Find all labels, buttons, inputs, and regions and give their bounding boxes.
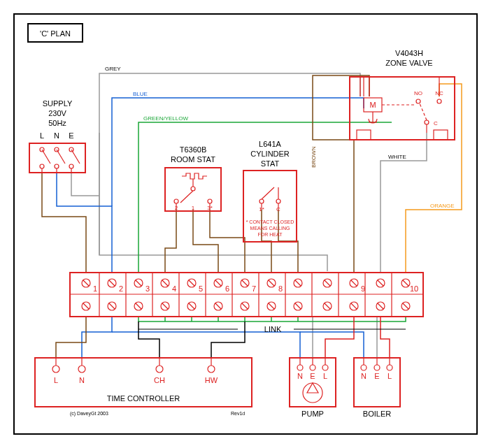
svg-point-115 xyxy=(297,365,303,370)
wire-brown-rs2 xyxy=(165,210,176,273)
svg-point-29 xyxy=(208,199,212,203)
zone-valve-model: V4043H xyxy=(395,49,423,57)
tc-ch: CH xyxy=(154,376,165,384)
t4: 4 xyxy=(172,284,176,293)
svg-line-94 xyxy=(351,303,357,309)
wire-orange xyxy=(406,84,462,273)
svg-point-34 xyxy=(276,199,280,203)
svg-line-86 xyxy=(295,303,301,309)
wire-label-blue: BLUE xyxy=(133,91,148,97)
supply-pin-e: E xyxy=(69,131,73,140)
svg-rect-21 xyxy=(434,130,448,140)
tc-n: N xyxy=(79,376,85,384)
svg-line-84 xyxy=(295,280,301,286)
t1: 1 xyxy=(93,284,97,293)
tc-l: L xyxy=(54,376,58,384)
svg-line-102 xyxy=(403,303,408,309)
boiler-block: N E L BOILER xyxy=(354,358,400,418)
svg-line-66 xyxy=(162,303,168,309)
svg-point-6 xyxy=(55,164,59,168)
svg-point-16 xyxy=(416,99,420,103)
supply-block: SUPPLY 230V 50Hz L N E xyxy=(29,99,85,173)
tc-copy: (c) DaveyGt 2003 xyxy=(70,411,108,417)
wire-black-ch xyxy=(138,321,159,358)
svg-point-106 xyxy=(52,366,59,373)
room-stat-model: T6360B xyxy=(180,145,207,154)
cylinder-stat-block: L641A CYLINDER STAT 1* C * CONTACT CLOSE… xyxy=(243,140,297,242)
tc-label: TIME CONTROLLER xyxy=(107,394,180,403)
cyl-stat-label2: STAT xyxy=(261,159,280,168)
svg-point-116 xyxy=(310,365,315,370)
t7: 7 xyxy=(252,284,256,293)
svg-line-54 xyxy=(83,303,89,309)
wire-brown-rs3 xyxy=(210,210,245,273)
svg-point-28 xyxy=(191,187,195,191)
svg-point-109 xyxy=(208,366,215,373)
svg-line-68 xyxy=(189,280,194,286)
wire-label-orange: ORANGE xyxy=(430,203,455,209)
svg-point-125 xyxy=(387,365,392,370)
svg-line-62 xyxy=(136,303,141,309)
boiler-e: E xyxy=(374,372,379,380)
pump-label: PUMP xyxy=(301,410,324,418)
t5: 5 xyxy=(199,284,203,293)
pump-block: N E L PUMP xyxy=(290,358,336,418)
t2: 2 xyxy=(119,284,123,293)
svg-line-72 xyxy=(215,280,221,286)
svg-point-108 xyxy=(156,366,163,373)
terminal-link-label: LINK xyxy=(264,325,282,333)
cyl-note3: FOR HEAT xyxy=(258,232,283,237)
svg-line-98 xyxy=(378,303,383,309)
wire-gy-link xyxy=(138,317,406,321)
wire-blue-supply-n xyxy=(57,173,112,273)
svg-rect-32 xyxy=(243,171,297,242)
zone-valve-c: C xyxy=(434,120,438,127)
t6: 6 xyxy=(225,284,229,293)
svg-point-18 xyxy=(425,120,429,124)
svg-point-9 xyxy=(69,164,73,168)
svg-point-17 xyxy=(437,99,441,103)
tc-rev: Rev1d xyxy=(231,411,245,416)
wire-blue-pump-n xyxy=(112,332,300,358)
supply-freq: 50Hz xyxy=(48,119,66,127)
t9: 9 xyxy=(361,284,365,293)
boiler-l: L xyxy=(387,372,392,380)
wire-gy-link-taps xyxy=(165,317,298,321)
svg-point-33 xyxy=(259,199,264,203)
zone-valve-m: M xyxy=(369,101,376,109)
cyl-note2: MEANS CALLING xyxy=(250,226,290,231)
svg-point-117 xyxy=(322,365,328,370)
wire-label-white: WHITE xyxy=(388,154,406,160)
svg-point-123 xyxy=(361,365,367,370)
time-controller-block: L N CH HW TIME CONTROLLER (c) DaveyGt 20… xyxy=(35,358,252,417)
t8: 8 xyxy=(278,284,283,293)
svg-point-3 xyxy=(40,164,44,168)
supply-label: SUPPLY xyxy=(43,99,73,108)
tc-hw: HW xyxy=(205,376,218,384)
pump-l: L xyxy=(323,372,327,380)
wire-label-brown: BROWN xyxy=(311,146,317,168)
zone-valve-no: NO xyxy=(414,90,422,96)
svg-line-92 xyxy=(351,280,357,286)
svg-point-27 xyxy=(174,199,178,203)
wire-red-boiler-l xyxy=(380,317,390,358)
svg-rect-20 xyxy=(357,130,371,140)
room-stat-block: T6360B ROOM STAT 2 1 3* xyxy=(165,145,221,211)
svg-line-10 xyxy=(71,150,80,164)
svg-line-60 xyxy=(136,280,141,286)
boiler-n: N xyxy=(361,372,367,380)
svg-line-80 xyxy=(269,280,274,286)
wire-grey-pump-boiler-e-up xyxy=(313,317,377,358)
t3: 3 xyxy=(145,284,150,293)
svg-line-70 xyxy=(189,303,194,309)
boiler-label: BOILER xyxy=(363,410,391,418)
svg-line-74 xyxy=(215,303,221,309)
svg-line-76 xyxy=(242,280,248,286)
wire-red-pump-l xyxy=(325,317,354,358)
svg-point-107 xyxy=(78,366,85,373)
wire-brown-rs1 xyxy=(193,210,218,273)
supply-pin-l: L xyxy=(40,131,44,140)
svg-line-78 xyxy=(242,303,248,309)
wiring-diagram: 'C' PLAN GREY BLUE GREEN/YELLOW BROWN WH… xyxy=(0,0,491,448)
pump-e: E xyxy=(310,372,315,380)
